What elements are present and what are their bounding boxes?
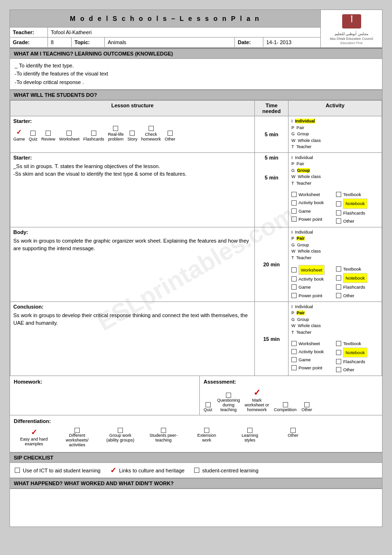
assess-mark: ✓ Markworksheet orhomework [245,387,270,412]
teacher-label: Teacher: [13,29,34,35]
diff-extension: Extensionwork [187,428,227,442]
date-value: 14-1- 2013 [266,39,291,45]
starter2-text: _Ss sit in groups. T. states the learnin… [13,162,252,178]
starter2-time: 5 min 5 min [255,152,289,227]
col-header-time: Timeneeded [255,101,289,116]
col-header-lesson: Lesson structure [10,101,255,116]
diff-easy-hard: ✓ Easy and hardexamples [14,428,54,446]
conclusion-label: Conclusion: [13,304,252,310]
conclusion-resources: Worksheet Activity book Game Power point… [291,339,379,374]
sip-culture: ✓ Links to culture and heritage [110,466,185,475]
body-label: Body: [13,229,252,235]
diff-other: Other [273,428,313,438]
assess-competition: Competition [274,402,297,412]
date-label: Date: [238,39,251,45]
conclusion-text: Ss work in groups to develop their criti… [13,311,252,327]
svg-text:أ: أ [351,15,353,24]
diff-peer-teaching: Students peer-teaching [143,428,184,442]
assess-questioning: Questioningduringteaching [217,393,240,412]
checkbox-quiz: Quiz [29,131,38,141]
checkbox-reallife: Real-lifeproblem [108,126,123,141]
assess-quiz: Quiz [204,402,213,412]
checkbox-flashcards: Flashcards [83,131,104,141]
starter2-resources: Worksheet Activity book Game Power point… [291,190,379,225]
col-header-activity: Activity [289,101,382,116]
org-name: Abu Dhabi Education Council [330,37,373,41]
section2-header: WHAT WILL THE STUDENTS DO? [10,90,382,100]
diff-worksheets: Differentworksheets/activities [57,428,97,447]
body-text: Ss work in groups to complete the graphi… [13,237,252,253]
homework-label: Homework: [14,379,42,385]
diff-learning-styles: Learningstyles [230,428,270,442]
differentiation-label: Differentiation: [14,418,378,424]
org-logo-icon: أ [340,12,364,31]
starter2-label: Starter: [13,155,252,160]
topic-label: Topic: [75,39,90,45]
what-happened-content [10,489,382,527]
starter1-label: Starter: [13,118,252,124]
what-happened-header: WHAT HAPPENED? WHAT WORKED AND WHAT DIDN… [10,478,382,489]
checkbox-other-starter1: Other [165,131,176,141]
assessment-label: Assessment: [204,379,378,385]
section1-header: WHAT AM I TEACHING? LEARNING OUTCOMES (K… [10,48,382,59]
checkbox-story: Story [127,131,137,141]
teacher-value: Tofool Al-Katheeri [51,29,92,35]
sip-ict: Use of ICT to aid student learning [15,468,101,473]
grade-label: Grade: [13,39,29,45]
sip-student-centred-label: student-centred learning [202,468,259,473]
sip-culture-label: Links to culture and heritage [119,468,185,473]
diff-groupwork: Group work(ability groups) [100,428,140,442]
checkbox-worksheet: Worksheet [59,131,80,141]
body-time: 20 min [255,227,289,301]
outcome2: -To identify the features of the visual … [15,70,377,78]
conclusion-time: 15 min [255,301,289,376]
checkbox-game: ✓ Game [13,128,25,141]
grade-value: 8 [51,39,54,45]
checkbox-review: Review [41,131,56,141]
assess-other: Other [301,402,312,412]
outcome1: _ To identify the text type. [15,62,377,70]
body-resources: Worksheet Activity book Game Power point… [291,265,379,299]
checkbox-checkhomework: Checkhomework [141,126,161,141]
starter1-time: 5 min [255,116,289,153]
sip-student-centred: student-centred learning [194,468,259,473]
sip-header: SIP CHECKLIST [10,452,382,463]
org-name-arabic: مجلس أبوظبي للتعليم [330,32,373,37]
topic-value: Animals [108,39,126,45]
page-title: M o d e l S c h o o l s – L e s s o n P … [70,15,260,22]
sip-ict-label: Use of ICT to aid student learning [23,468,101,473]
outcome3: -To develop critical response . [15,78,377,87]
